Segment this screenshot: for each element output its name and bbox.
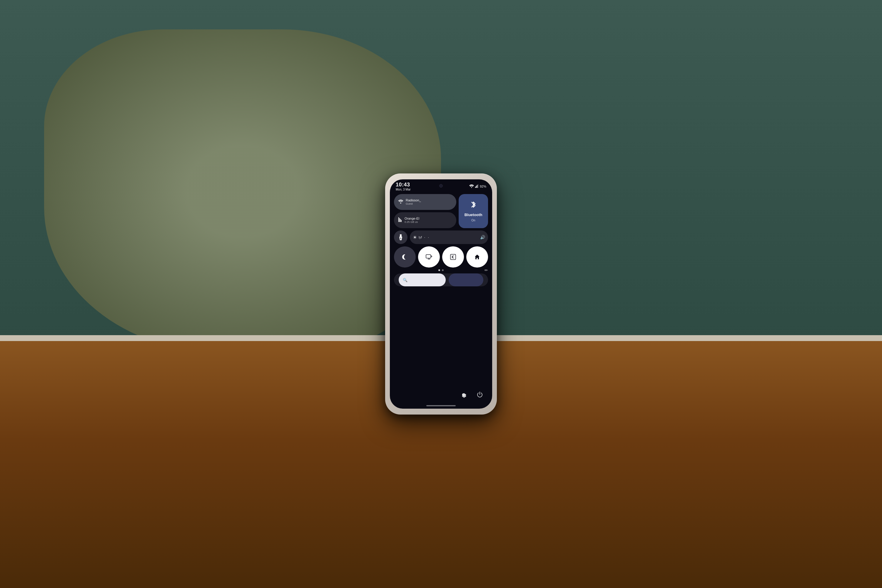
search-icon: 🔍 — [403, 278, 408, 282]
wifi-tile-text: Radisson_ Guest — [406, 198, 421, 206]
svg-marker-17 — [475, 255, 480, 259]
tiles-left-col: Radisson_ Guest — [394, 194, 456, 228]
wifi-tile-icon — [398, 200, 404, 205]
status-date: Mon, 3 Mar — [396, 188, 411, 191]
mobile-tile[interactable]: Orange-El 0.25 GB us — [394, 212, 456, 228]
svg-rect-16 — [450, 254, 456, 260]
svg-rect-4 — [478, 184, 478, 188]
status-left: 10:43 Mon, 3 Mar — [396, 182, 411, 191]
dnd-tile[interactable] — [394, 246, 416, 267]
home-control-tile[interactable] — [466, 246, 488, 267]
search-input-wrapper[interactable]: 🔍 — [399, 273, 446, 286]
bluetooth-tile[interactable]: Bluetooth On — [459, 194, 488, 228]
pillow — [44, 29, 441, 353]
icon-tiles-row: ☀ lyf • • 🔊 — [394, 231, 488, 244]
svg-rect-2 — [476, 186, 477, 188]
settings-button[interactable] — [458, 389, 469, 400]
svg-rect-8 — [400, 219, 401, 222]
bluetooth-sublabel: On — [471, 219, 475, 222]
home-indicator — [426, 405, 456, 406]
tiles-row-1: Radisson_ Guest — [394, 194, 488, 228]
quick-settings-panel: Radisson_ Guest — [394, 194, 488, 289]
phone-body: 10:43 Mon, 3 Mar — [385, 174, 497, 414]
mobile-tile-icon — [398, 217, 402, 223]
svg-rect-7 — [399, 218, 400, 222]
svg-rect-9 — [401, 220, 402, 222]
volume-icon: 🔊 — [480, 235, 485, 240]
wifi-tile[interactable]: Radisson_ Guest — [394, 194, 456, 210]
page-dots: ✏ — [394, 269, 488, 271]
svg-rect-6 — [398, 217, 399, 222]
power-button[interactable] — [474, 389, 485, 400]
signal-status-icon — [475, 184, 478, 189]
dot-sep-1: • — [424, 236, 425, 239]
dot-sep-2: • — [428, 236, 429, 239]
wifi-sublabel: Guest — [406, 202, 421, 206]
svg-point-5 — [400, 202, 401, 204]
svg-rect-1 — [475, 187, 476, 188]
brightness-icon: ☀ — [413, 235, 417, 240]
phone-screen: 10:43 Mon, 3 Mar — [390, 179, 492, 409]
brightness-tile[interactable]: ☀ lyf • • 🔊 — [410, 231, 488, 244]
mobile-sublabel: 0.25 GB us — [405, 220, 419, 224]
page-dot-2 — [442, 269, 444, 271]
camera-notch — [439, 184, 443, 188]
svg-rect-13 — [426, 255, 431, 258]
flashlight-tile[interactable] — [394, 231, 408, 244]
nfc-tile[interactable] — [442, 246, 464, 267]
mobile-tile-text: Orange-El 0.25 GB us — [405, 217, 419, 224]
mobile-label: Orange-El — [405, 217, 419, 220]
page-dot-1 — [438, 269, 440, 271]
bluetooth-icon — [470, 200, 477, 211]
svg-rect-3 — [477, 185, 477, 188]
status-right: 92% — [469, 184, 486, 189]
svg-point-0 — [471, 187, 472, 188]
svg-rect-15 — [428, 259, 430, 259]
svg-marker-14 — [431, 255, 432, 258]
bluetooth-label: Bluetooth — [465, 213, 483, 217]
brightness-text: lyf — [418, 236, 422, 239]
battery-status: 92% — [480, 184, 486, 188]
google-assistant-area[interactable] — [448, 273, 483, 286]
bottom-tiles-row — [394, 246, 488, 267]
screen-record-tile[interactable] — [418, 246, 440, 267]
svg-rect-10 — [400, 234, 402, 237]
search-bar-container: 🔍 — [394, 273, 488, 286]
system-bar — [390, 389, 492, 400]
edit-button[interactable]: ✏ — [484, 268, 488, 273]
wifi-label: Radisson_ — [406, 198, 421, 202]
wifi-status-icon — [469, 184, 474, 189]
status-time: 10:43 — [396, 182, 411, 187]
